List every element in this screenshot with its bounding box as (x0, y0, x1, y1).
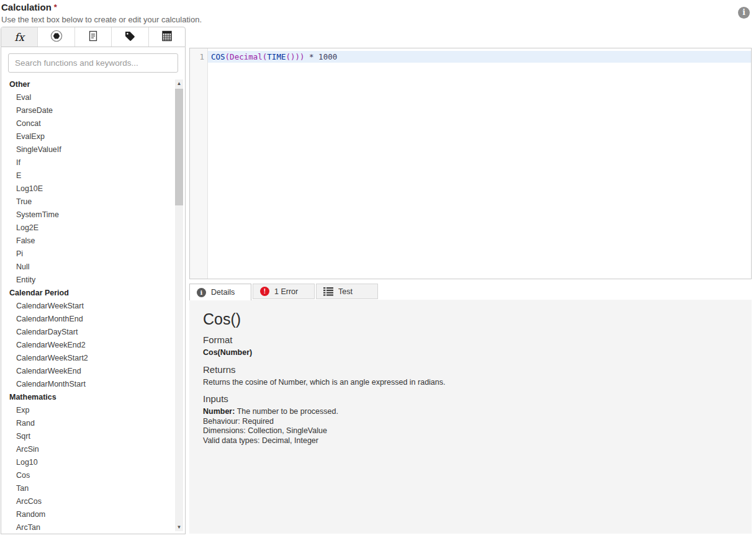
info-icon: i (197, 288, 206, 297)
function-group-label: Calendar Period (1, 287, 175, 300)
section-line: Valid data types: Decimal, Integer (203, 436, 738, 446)
function-list-item[interactable]: CalendarWeekStart2 (1, 352, 175, 365)
calculator-icon (161, 30, 173, 45)
function-list-item[interactable]: Eval (1, 91, 175, 104)
section-title: Format (203, 334, 738, 345)
details-panel: Cos() FormatCos(Number)ReturnsReturns th… (189, 300, 752, 534)
function-list-item[interactable]: CalendarMonthStart (1, 378, 175, 391)
section-line: Number: The number to be processed. (203, 407, 738, 417)
function-list-item[interactable]: If (1, 156, 175, 169)
code-line[interactable]: COS(Decimal(TIME())) * 1000 (208, 51, 751, 63)
function-heading: Cos() (203, 310, 738, 328)
detail-section: InputsNumber: The number to be processed… (203, 393, 738, 446)
function-list-item[interactable]: Log10 (1, 456, 175, 469)
function-list-item[interactable]: ArcSin (1, 443, 175, 456)
function-list-item[interactable]: Entity (1, 274, 175, 287)
fx-icon: fx (14, 31, 24, 43)
function-list-item[interactable]: EvalExp (1, 130, 175, 143)
toolbar-tab-tag[interactable] (112, 27, 148, 47)
scrollbar-thumb[interactable] (175, 89, 183, 205)
function-list-item[interactable]: SystemTime (1, 208, 175, 222)
editor-toolbar: fx (1, 27, 186, 47)
tab-error-label: 1 Error (274, 287, 298, 296)
function-group-label: Other (1, 78, 175, 91)
page-subtitle: Use the text box below to create or edit… (1, 15, 202, 24)
required-marker: * (54, 2, 57, 12)
function-list-item[interactable]: Random (1, 508, 175, 521)
function-list-item[interactable]: SingleValueIf (1, 143, 175, 156)
function-list-item[interactable]: ParseDate (1, 104, 175, 117)
line-number: 1 (190, 51, 207, 63)
function-list-item[interactable]: CalendarDayStart (1, 326, 175, 339)
function-list-item[interactable]: Concat (1, 117, 175, 130)
function-list-item[interactable]: Null (1, 261, 175, 274)
tab-test[interactable]: Test (316, 284, 378, 299)
function-list-item[interactable]: CalendarWeekStart (1, 300, 175, 313)
tag-icon (124, 30, 136, 45)
toolbar-tab-calculator[interactable] (149, 27, 185, 47)
code-token: ())) (286, 52, 304, 61)
function-group-label: Mathematics (1, 391, 175, 404)
toolbar-tab-hexagon[interactable] (38, 27, 74, 47)
detail-section: FormatCos(Number) (203, 334, 738, 358)
function-list-item[interactable]: Log10E (1, 182, 175, 195)
function-list-item[interactable]: Sqrt (1, 430, 175, 443)
function-panel: OtherEvalParseDateConcatEvalExpSingleVal… (1, 47, 186, 534)
function-list-item[interactable]: CalendarMonthEnd (1, 313, 175, 326)
detail-sections: FormatCos(Number)ReturnsReturns the cosi… (203, 334, 738, 446)
function-list-item[interactable]: Exp (1, 404, 175, 417)
function-list-item[interactable]: True (1, 195, 175, 208)
page-title: Calculation* (1, 2, 57, 12)
code-area[interactable]: COS(Decimal(TIME())) * 1000 (208, 48, 751, 279)
calculation-editor: Calculation* Use the text box below to c… (0, 0, 756, 538)
function-list-item[interactable]: Rand (1, 417, 175, 430)
function-list-item[interactable]: ArcTan (1, 521, 175, 533)
tab-details-label: Details (211, 288, 235, 297)
result-tabs: i Details ! 1 Error Test (189, 284, 752, 300)
tab-test-label: Test (338, 287, 353, 296)
function-list: OtherEvalParseDateConcatEvalExpSingleVal… (1, 78, 175, 533)
section-line: Dimensions: Collection, SingleValue (203, 426, 738, 436)
code-token: TIME (267, 52, 286, 61)
scroll-down-icon[interactable]: ▼ (175, 523, 183, 531)
code-token: COS (211, 52, 225, 61)
section-line: Returns the cosine of Number, which is a… (203, 378, 738, 388)
error-icon: ! (260, 287, 269, 296)
function-list-scrollbar[interactable]: ▲ ▼ (175, 79, 183, 531)
list-icon (323, 287, 333, 296)
function-list-item[interactable]: Log2E (1, 222, 175, 235)
section-line: Cos(Number) (203, 348, 738, 358)
code-token: Decimal (230, 52, 263, 61)
toolbar-tab-document[interactable] (75, 27, 112, 47)
tab-error[interactable]: ! 1 Error (253, 284, 315, 299)
section-title: Returns (203, 364, 738, 375)
document-icon (87, 30, 99, 45)
function-list-item[interactable]: E (1, 169, 175, 182)
code-token: ( (225, 52, 230, 61)
search-input[interactable] (8, 53, 178, 73)
function-list-item[interactable]: Cos (1, 469, 175, 482)
toolbar-tab-functions[interactable]: fx (1, 27, 38, 47)
section-line: Behaviour: Required (203, 417, 738, 427)
function-list-item[interactable]: CalendarWeekEnd (1, 365, 175, 378)
detail-section: ReturnsReturns the cosine of Number, whi… (203, 364, 738, 388)
code-token: * 1000 (305, 52, 338, 61)
scroll-up-icon[interactable]: ▲ (175, 79, 183, 87)
section-title: Inputs (203, 393, 738, 404)
editor-gutter: 1 (190, 48, 208, 279)
function-list-item[interactable]: Pi (1, 248, 175, 261)
hexagon-icon (50, 29, 63, 45)
function-list-item[interactable]: CalendarWeekEnd2 (1, 339, 175, 352)
tab-details[interactable]: i Details (189, 284, 251, 300)
code-editor[interactable]: 1 COS(Decimal(TIME())) * 1000 (189, 48, 752, 279)
function-list-item[interactable]: ArcCos (1, 495, 175, 508)
function-list-item[interactable]: Tan (1, 482, 175, 495)
function-list-item[interactable]: False (1, 235, 175, 248)
info-icon[interactable]: i (738, 7, 750, 19)
